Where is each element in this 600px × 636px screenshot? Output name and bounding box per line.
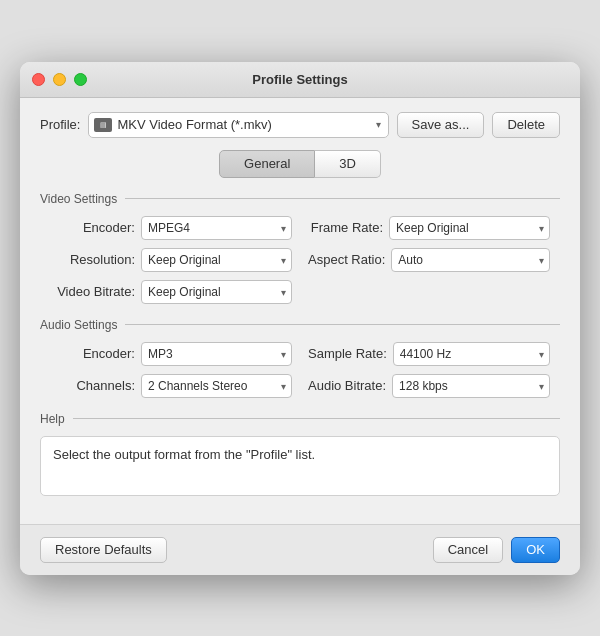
audio-settings-section: Audio Settings Encoder: MP3 Sample Rate:: [40, 318, 560, 398]
resolution-label: Resolution:: [50, 252, 135, 267]
maximize-button[interactable]: [74, 73, 87, 86]
help-header: Help: [40, 412, 560, 426]
help-line: [73, 418, 560, 419]
video-settings-header: Video Settings: [40, 192, 560, 206]
audio-settings-header: Audio Settings: [40, 318, 560, 332]
audio-settings-grid: Encoder: MP3 Sample Rate: 44100 Hz: [40, 342, 560, 398]
audio-settings-title: Audio Settings: [40, 318, 117, 332]
video-settings-line: [125, 198, 560, 199]
video-settings-title: Video Settings: [40, 192, 117, 206]
encoder-row: Encoder: MPEG4: [50, 216, 292, 240]
channels-row: Channels: 2 Channels Stereo: [50, 374, 292, 398]
main-window: Profile Settings Profile: ▤ MKV Video Fo…: [20, 62, 580, 575]
channels-label: Channels:: [50, 378, 135, 393]
audio-bitrate-label: Audio Bitrate:: [308, 378, 386, 393]
audio-bitrate-select[interactable]: 128 kbps: [392, 374, 550, 398]
restore-defaults-button[interactable]: Restore Defaults: [40, 537, 167, 563]
frame-rate-select[interactable]: Keep Original: [389, 216, 550, 240]
sample-rate-row: Sample Rate: 44100 Hz: [308, 342, 550, 366]
ok-button[interactable]: OK: [511, 537, 560, 563]
channels-select-wrapper: 2 Channels Stereo: [141, 374, 292, 398]
help-box: Select the output format from the "Profi…: [40, 436, 560, 496]
audio-encoder-select-wrapper: MP3: [141, 342, 292, 366]
resolution-select[interactable]: Keep Original: [141, 248, 292, 272]
minimize-button[interactable]: [53, 73, 66, 86]
delete-button[interactable]: Delete: [492, 112, 560, 138]
cancel-button[interactable]: Cancel: [433, 537, 503, 563]
traffic-lights: [32, 73, 87, 86]
audio-bitrate-select-wrapper: 128 kbps: [392, 374, 550, 398]
audio-bitrate-row: Audio Bitrate: 128 kbps: [308, 374, 550, 398]
video-bitrate-label: Video Bitrate:: [50, 284, 135, 299]
help-section: Help Select the output format from the "…: [40, 412, 560, 496]
help-text: Select the output format from the "Profi…: [53, 447, 315, 462]
window-title: Profile Settings: [252, 72, 347, 87]
audio-settings-line: [125, 324, 560, 325]
video-settings-grid: Encoder: MPEG4 Frame Rate: Keep Original: [40, 216, 560, 304]
tabs-row: General 3D: [40, 150, 560, 178]
encoder-select[interactable]: MPEG4: [141, 216, 292, 240]
main-content: Profile: ▤ MKV Video Format (*.mkv) ▾ Sa…: [20, 98, 580, 524]
help-title: Help: [40, 412, 65, 426]
save-as-button[interactable]: Save as...: [397, 112, 485, 138]
profile-select[interactable]: MKV Video Format (*.mkv): [88, 112, 388, 138]
encoder-select-wrapper: MPEG4: [141, 216, 292, 240]
video-bitrate-row: Video Bitrate: Keep Original: [50, 280, 292, 304]
audio-encoder-row: Encoder: MP3: [50, 342, 292, 366]
aspect-ratio-select-wrapper: Auto: [391, 248, 550, 272]
bottom-bar: Restore Defaults Cancel OK: [20, 524, 580, 575]
profile-label: Profile:: [40, 117, 80, 132]
frame-rate-label: Frame Rate:: [308, 220, 383, 235]
profile-select-wrapper: ▤ MKV Video Format (*.mkv) ▾: [88, 112, 388, 138]
frame-rate-row: Frame Rate: Keep Original: [308, 216, 550, 240]
video-bitrate-select[interactable]: Keep Original: [141, 280, 292, 304]
sample-rate-select[interactable]: 44100 Hz: [393, 342, 550, 366]
audio-encoder-select[interactable]: MP3: [141, 342, 292, 366]
resolution-row: Resolution: Keep Original: [50, 248, 292, 272]
aspect-ratio-select[interactable]: Auto: [391, 248, 550, 272]
tab-general[interactable]: General: [219, 150, 315, 178]
title-bar: Profile Settings: [20, 62, 580, 98]
tab-3d[interactable]: 3D: [315, 150, 381, 178]
sample-rate-select-wrapper: 44100 Hz: [393, 342, 550, 366]
aspect-ratio-label: Aspect Ratio:: [308, 252, 385, 267]
profile-row: Profile: ▤ MKV Video Format (*.mkv) ▾ Sa…: [40, 112, 560, 138]
aspect-ratio-row: Aspect Ratio: Auto: [308, 248, 550, 272]
frame-rate-select-wrapper: Keep Original: [389, 216, 550, 240]
sample-rate-label: Sample Rate:: [308, 346, 387, 361]
close-button[interactable]: [32, 73, 45, 86]
bottom-right-buttons: Cancel OK: [433, 537, 560, 563]
audio-encoder-label: Encoder:: [50, 346, 135, 361]
empty-cell: [308, 280, 550, 304]
video-settings-section: Video Settings Encoder: MPEG4 Frame Rate…: [40, 192, 560, 304]
channels-select[interactable]: 2 Channels Stereo: [141, 374, 292, 398]
resolution-select-wrapper: Keep Original: [141, 248, 292, 272]
video-bitrate-select-wrapper: Keep Original: [141, 280, 292, 304]
encoder-label: Encoder:: [50, 220, 135, 235]
